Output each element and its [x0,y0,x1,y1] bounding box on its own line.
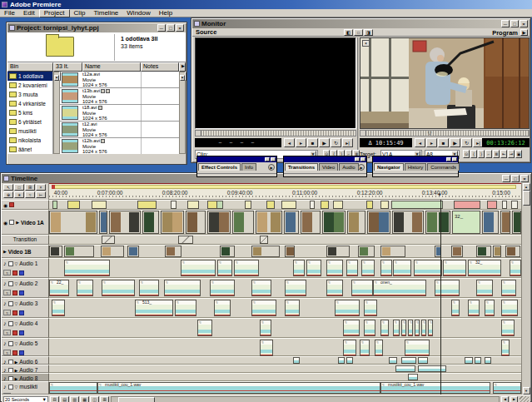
shift-tracks-button[interactable]: ▦ [80,396,89,402]
timeline-clip[interactable]: ≈ [175,300,196,316]
timeline-clip[interactable]: ≈ [102,280,135,296]
timeline-clip[interactable]: ≈ [343,320,360,336]
scroll-down-icon[interactable]: ▼ [523,387,530,395]
timeline-clip[interactable] [512,211,521,234]
palette-tab-effect-controls[interactable]: Effect Controls [198,163,241,171]
play-button[interactable]: ▶ [450,138,460,147]
loop-button[interactable]: ↻ [461,138,472,147]
lock-checkbox[interactable] [8,368,13,373]
timeline-clip[interactable]: ≈ [414,260,442,276]
timeline-clip[interactable]: ≈ [393,320,400,336]
minimize-icon[interactable] [446,157,451,161]
timeline-clip[interactable] [380,246,405,257]
lock-checkbox[interactable] [8,385,13,390]
timeline-clip[interactable] [465,357,473,364]
add-marker-button[interactable]: ▣ [515,150,522,158]
menu-edit[interactable]: Edit [19,9,39,17]
timeline-clip[interactable]: ≈ [501,280,516,296]
minimize-button[interactable]: ─ [501,20,510,27]
timeline-clip[interactable] [487,201,497,209]
scrollbar-thumb[interactable] [118,397,155,402]
palette-tab-video[interactable]: Video [319,163,338,171]
source-jog-tread[interactable]: ‒ ‒ ‒ ‒ [195,138,281,147]
timeline-clip[interactable] [408,374,418,380]
timeline-clip[interactable] [310,201,315,209]
timeline-clip[interactable] [171,201,177,209]
timeline-clip[interactable] [389,357,397,364]
timeline-clip[interactable] [391,201,443,209]
lock-checkbox[interactable] [9,220,14,225]
track-header-audio-2[interactable]: ♪▽Audio 2≈ [2,278,49,298]
timeline-clip[interactable] [216,201,223,209]
maximize-button[interactable]: □ [167,24,175,32]
timeline-clip[interactable] [67,201,80,209]
menu-clip[interactable]: Clip [70,9,90,17]
source-tab[interactable]: Source [192,28,220,36]
project-item-row[interactable]: t12a.aviMovie1024 x 576 [60,72,179,88]
close-button[interactable]: × [520,20,528,27]
minimize-icon[interactable] [355,157,360,161]
scroll-up-icon[interactable]: ▲ [523,183,530,191]
scroll-right-icon[interactable]: ▶ [510,396,518,402]
track-header-audio-6[interactable]: ♪▶Audio 6 [2,356,49,365]
timeline-clip[interactable] [333,201,343,209]
timeline-clip[interactable]: ≈ [468,300,480,316]
project-item-row[interactable]: t18.aviMovie1024 x 576 [60,105,179,122]
expand-arrow-icon[interactable]: ▽ [15,321,18,326]
timeline-clip[interactable]: 32_ [452,211,480,234]
project-item-row[interactable]: t12.aviMovie1024 x 576 [60,122,179,138]
close-button[interactable]: × [176,24,184,32]
timeline-clip[interactable]: ≈ [260,340,273,356]
track-header-audio-3[interactable]: ♪▽Audio 3≈ [2,298,49,318]
timeline-clip[interactable] [401,357,416,364]
waveform-icon[interactable]: ≈ [3,290,11,295]
timeline-clip[interactable] [454,201,480,209]
selection-tool-button[interactable]: ↖ [3,184,13,191]
timeline-clip[interactable] [281,201,296,209]
speaker-icon[interactable]: ♪ [3,280,7,286]
loop-button[interactable]: ↻ [331,138,341,147]
keyframe-track-icon[interactable] [9,202,14,207]
timeline-clip[interactable] [395,365,415,372]
speaker-icon[interactable]: ♪ [3,320,7,326]
cross-fade-tool-button[interactable]: ≈ [25,191,35,198]
mark-out-button[interactable]: } [478,150,485,158]
timeline-clip[interactable]: ≈ [360,340,370,356]
frame-back-button[interactable]: ◂ [284,138,295,147]
timeline-clip[interactable] [137,201,157,209]
snap-to-edges-button[interactable]: ▤ [60,396,69,402]
palette-tab-transitions[interactable]: Transitions [285,163,318,171]
prev-edit-button[interactable]: ⇤ [500,150,507,158]
timeline-horizontal-scrollbar[interactable] [111,396,500,402]
track-header-musiikti[interactable]: ♪▽musiikti≈ [2,381,49,395]
timeline-clip[interactable] [505,246,520,257]
timeline-clip[interactable] [285,246,295,257]
close-icon[interactable] [360,157,365,161]
timeline-clip[interactable]: ≈ [364,300,377,316]
timeline-clip[interactable] [49,246,62,257]
timeline-clip[interactable] [284,211,299,234]
timeline-clip[interactable] [347,211,365,234]
timeline-clip[interactable] [178,236,193,244]
column-items[interactable]: 33 It. [53,62,82,72]
timeline-clip[interactable]: ≈ [285,280,306,296]
timeline-clip[interactable]: ≈ [285,300,300,316]
column-more-arrow[interactable]: ▶ [179,62,186,72]
range-select-tool-button[interactable]: □ [14,184,24,191]
lock-checkbox[interactable] [8,261,13,266]
timeline-clip[interactable] [52,201,57,209]
track-header-audio-7[interactable]: ♪▶Audio 7 [2,365,49,373]
menu-help[interactable]: Help [155,9,177,17]
timeline-clip[interactable]: ≈ [164,280,201,296]
timeline-clip[interactable]: ≈ [326,260,343,276]
lock-checkbox[interactable] [8,321,13,326]
program-tab[interactable]: Program [492,29,518,37]
palette-title-bar[interactable] [373,156,458,162]
timeline-clip[interactable] [260,236,268,244]
frame-forward-button[interactable]: ▸ [296,138,306,147]
timeline-clip[interactable] [220,246,235,257]
timeline-clip[interactable] [321,201,329,209]
expand-arrow-icon[interactable]: ▽ [15,261,18,266]
timeline-clip[interactable]: ≈ [343,340,356,356]
timeline-clip[interactable] [256,211,282,234]
